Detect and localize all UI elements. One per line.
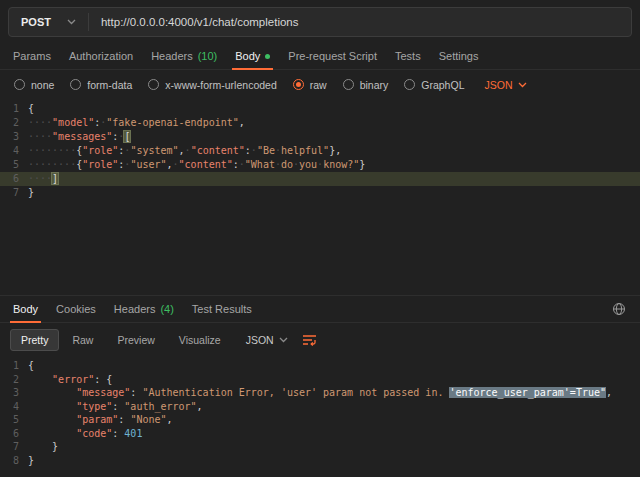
request-url-bar: POST http://0.0.0.0:4000/v1/chat/complet… (8, 7, 632, 37)
response-tab-body[interactable]: Body (4, 296, 47, 322)
divider (88, 13, 89, 31)
tab-body[interactable]: Body (226, 43, 279, 69)
body-type-binary[interactable]: binary (343, 79, 389, 91)
radio-icon (14, 79, 25, 90)
view-tab-raw[interactable]: Raw (61, 329, 104, 351)
response-toolbar: Pretty Raw Preview Visualize JSON (0, 323, 640, 356)
body-type-graphql[interactable]: GraphQL (404, 79, 464, 91)
view-tab-pretty[interactable]: Pretty (10, 329, 59, 351)
code-line: 7 } (0, 440, 640, 454)
code-line: 4········{"role":·"system",·"content":·"… (0, 144, 640, 158)
globe-icon[interactable] (612, 302, 626, 316)
code-line: 4 "type": "auth_error", (0, 400, 640, 414)
tab-label: Settings (439, 50, 479, 62)
tab-headers[interactable]: Headers(10) (142, 43, 226, 69)
tab-authorization[interactable]: Authorization (60, 43, 142, 69)
response-tab-headers[interactable]: Headers(4) (105, 296, 183, 322)
tab-pre-request-script[interactable]: Pre-request Script (279, 43, 386, 69)
response-body-viewer[interactable]: 1{2 "error": {3 "message": "Authenticati… (0, 356, 640, 476)
radio-label: binary (360, 79, 389, 91)
radio-label: raw (310, 79, 327, 91)
chevron-down-icon (518, 82, 527, 88)
radio-label: x-www-form-urlencoded (165, 79, 276, 91)
tab-label: Authorization (69, 50, 133, 62)
radio-label: GraphQL (421, 79, 464, 91)
radio-icon (70, 79, 81, 90)
request-body-editor[interactable]: 1{2····"model":·"fake-openai-endpoint",3… (0, 99, 640, 295)
tab-label: Cookies (56, 303, 96, 315)
tab-label: Headers (114, 303, 156, 315)
request-tabs: Params Authorization Headers(10) Body Pr… (0, 43, 640, 70)
code-line: 1{ (0, 102, 640, 116)
body-type-x-www-form-urlencoded[interactable]: x-www-form-urlencoded (148, 79, 276, 91)
code-line: 1{ (0, 359, 640, 373)
code-line: 3····"messages":·[ (0, 130, 640, 144)
code-line: 3 "message": "Authentication Error, 'use… (0, 386, 640, 400)
code-line: 7} (0, 186, 640, 200)
view-tab-preview[interactable]: Preview (106, 329, 165, 351)
tab-label: Body (13, 303, 38, 315)
code-line: 8} (0, 454, 640, 468)
radio-icon (148, 79, 159, 90)
code-line: 2····"model":·"fake-openai-endpoint", (0, 116, 640, 130)
chevron-down-icon (279, 337, 288, 343)
radio-label: form-data (87, 79, 132, 91)
tab-label: Test Results (192, 303, 252, 315)
radio-label: none (31, 79, 54, 91)
tab-settings[interactable]: Settings (430, 43, 488, 69)
code-line: 5 "param": "None", (0, 413, 640, 427)
api-client-window: POST http://0.0.0.0:4000/v1/chat/complet… (0, 0, 640, 476)
wrap-lines-icon[interactable] (302, 334, 317, 346)
radio-icon (343, 79, 354, 90)
tab-label: Tests (395, 50, 421, 62)
body-language-label: JSON (484, 79, 512, 91)
body-type-none[interactable]: none (14, 79, 54, 91)
tab-tests[interactable]: Tests (386, 43, 430, 69)
chevron-down-icon (67, 19, 76, 25)
response-language-label: JSON (246, 334, 274, 346)
headers-count: (10) (198, 50, 218, 62)
body-type-raw[interactable]: raw (293, 79, 327, 91)
url-input[interactable]: http://0.0.0.0:4000/v1/chat/completions (101, 16, 299, 28)
radio-selected-icon (293, 79, 304, 90)
radio-icon (404, 79, 415, 90)
code-line: 2 "error": { (0, 373, 640, 387)
tab-params[interactable]: Params (4, 43, 60, 69)
response-headers-count: (4) (160, 303, 173, 315)
tab-label: Headers (151, 50, 193, 62)
green-dot-icon (265, 54, 270, 59)
method-selector[interactable]: POST (9, 16, 88, 28)
response-language-dropdown[interactable]: JSON (246, 334, 288, 346)
response-tab-test-results[interactable]: Test Results (183, 296, 261, 322)
response-tabs: Body Cookies Headers(4) Test Results (0, 295, 640, 323)
tab-label: Pre-request Script (288, 50, 377, 62)
body-language-dropdown[interactable]: JSON (484, 79, 526, 91)
view-tab-visualize[interactable]: Visualize (168, 329, 232, 351)
body-type-row: none form-data x-www-form-urlencoded raw… (0, 70, 640, 99)
body-type-form-data[interactable]: form-data (70, 79, 132, 91)
code-line: 6····] (0, 172, 640, 186)
response-tab-cookies[interactable]: Cookies (47, 296, 105, 322)
tab-label: Params (13, 50, 51, 62)
tab-label: Body (235, 50, 260, 62)
response-header-actions (612, 296, 636, 322)
method-label: POST (21, 16, 51, 28)
request-url-row: POST http://0.0.0.0:4000/v1/chat/complet… (0, 0, 640, 43)
code-line: 6 "code": 401 (0, 427, 640, 441)
code-line: 5········{"role":·"user",·"content":·"Wh… (0, 158, 640, 172)
